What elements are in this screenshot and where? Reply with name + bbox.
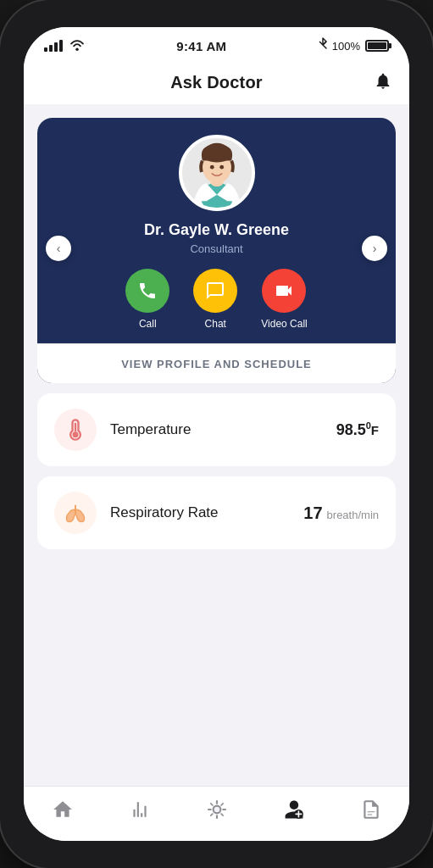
wifi-icon bbox=[69, 39, 85, 53]
nav-home[interactable] bbox=[42, 795, 84, 824]
signal-bar-4 bbox=[59, 40, 63, 52]
nav-virus[interactable] bbox=[196, 795, 238, 824]
signal-bar-1 bbox=[44, 47, 47, 52]
signal-bars bbox=[44, 40, 63, 52]
status-left bbox=[44, 39, 85, 53]
chevron-left-icon: ‹ bbox=[57, 242, 61, 255]
main-content: ‹ › bbox=[24, 104, 409, 786]
battery-icon bbox=[365, 40, 389, 52]
respiratory-icon-circle bbox=[54, 492, 97, 534]
temperature-card: Temperature 98.50F bbox=[37, 393, 396, 466]
doctor-info: Dr. Gayle W. Greene Consultant Call bbox=[51, 135, 382, 343]
svg-point-6 bbox=[209, 165, 214, 170]
status-bar: 9:41 AM 100% bbox=[24, 27, 409, 61]
video-call-button[interactable]: Video Call bbox=[261, 269, 307, 330]
bluetooth-icon bbox=[319, 37, 327, 54]
app-header: Ask Doctor bbox=[24, 61, 409, 104]
prev-doctor-button[interactable]: ‹ bbox=[46, 236, 71, 261]
chat-button[interactable]: Chat bbox=[193, 269, 237, 330]
respiratory-value: 17 breath/min bbox=[303, 504, 379, 523]
view-profile-text: VIEW PROFILE AND SCHEDULE bbox=[121, 358, 312, 370]
svg-line-18 bbox=[220, 803, 223, 805]
bell-icon[interactable] bbox=[374, 71, 392, 94]
chat-label: Chat bbox=[205, 318, 226, 330]
signal-bar-2 bbox=[49, 45, 53, 52]
call-button[interactable]: Call bbox=[125, 269, 169, 330]
status-right: 100% bbox=[319, 37, 389, 54]
doctor-specialty: Consultant bbox=[190, 242, 242, 255]
temperature-icon-circle bbox=[54, 409, 97, 451]
battery-fill bbox=[368, 42, 386, 49]
next-doctor-button[interactable]: › bbox=[362, 236, 387, 261]
respiratory-label: Respiratory Rate bbox=[110, 504, 290, 521]
page-title: Ask Doctor bbox=[170, 73, 263, 92]
doctor-avatar bbox=[179, 135, 255, 211]
view-profile-button[interactable]: VIEW PROFILE AND SCHEDULE bbox=[37, 343, 396, 383]
svg-line-17 bbox=[220, 814, 223, 816]
svg-line-19 bbox=[210, 814, 213, 816]
status-time: 9:41 AM bbox=[176, 39, 226, 53]
nav-stats[interactable] bbox=[119, 795, 161, 824]
doctor-card: ‹ › bbox=[37, 118, 396, 383]
svg-line-16 bbox=[210, 803, 213, 805]
action-buttons: Call Chat bbox=[125, 269, 307, 330]
video-icon-circle bbox=[262, 269, 306, 313]
chat-icon-circle bbox=[193, 269, 237, 313]
phone-frame: 9:41 AM 100% Ask Doctor bbox=[0, 0, 433, 868]
nav-notes[interactable] bbox=[350, 795, 392, 824]
chevron-right-icon: › bbox=[373, 242, 377, 255]
svg-point-8 bbox=[73, 431, 79, 437]
respiratory-card: Respiratory Rate 17 breath/min bbox=[37, 476, 396, 549]
svg-point-7 bbox=[219, 165, 224, 170]
bottom-spacer bbox=[37, 559, 396, 570]
call-icon-circle bbox=[125, 269, 169, 313]
battery-percent: 100% bbox=[332, 40, 360, 53]
temperature-value: 98.50F bbox=[336, 420, 379, 439]
temperature-label: Temperature bbox=[110, 421, 323, 438]
video-call-label: Video Call bbox=[261, 318, 307, 330]
svg-point-11 bbox=[214, 807, 219, 813]
phone-screen: 9:41 AM 100% Ask Doctor bbox=[24, 27, 409, 841]
bottom-nav bbox=[24, 786, 409, 841]
nav-doctor[interactable] bbox=[273, 795, 315, 824]
signal-bar-3 bbox=[54, 42, 58, 52]
call-label: Call bbox=[139, 318, 157, 330]
doctor-name: Dr. Gayle W. Greene bbox=[144, 221, 289, 239]
